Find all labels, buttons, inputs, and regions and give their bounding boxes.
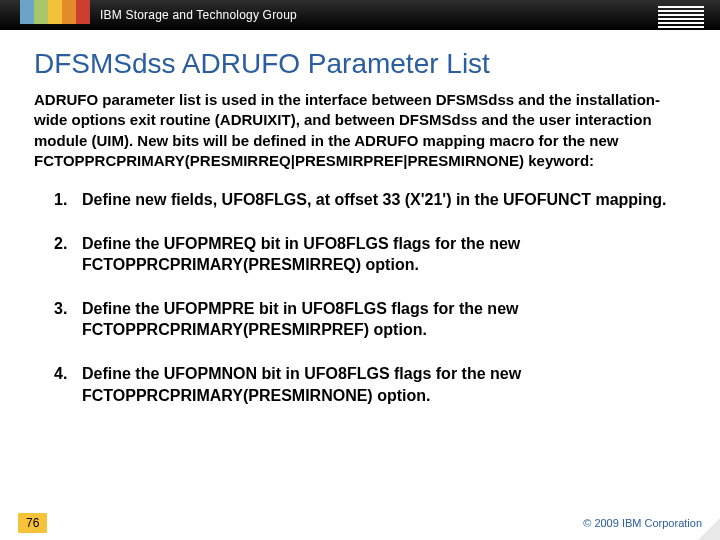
footer: 76 © 2009 IBM Corporation	[0, 506, 720, 540]
page-title: DFSMSdss ADRUFO Parameter List	[0, 30, 720, 90]
corner-fold-icon	[698, 518, 720, 540]
list-item: Define the UFOPMPRE bit in UFO8FLGS flag…	[54, 298, 676, 341]
tab-color-5	[76, 0, 90, 24]
list-item: Define new fields, UFO8FLGS, at offset 3…	[54, 189, 676, 211]
color-tabs	[20, 0, 90, 24]
tab-color-1	[20, 0, 34, 24]
intro-paragraph: ADRUFO parameter list is used in the int…	[0, 90, 720, 185]
copyright-text: © 2009 IBM Corporation	[583, 517, 702, 529]
header-group-label: IBM Storage and Technology Group	[100, 8, 297, 22]
steps-list: Define new fields, UFO8FLGS, at offset 3…	[0, 185, 720, 406]
tab-color-3	[48, 0, 62, 24]
header-bar: IBM Storage and Technology Group	[0, 0, 720, 30]
list-item: Define the UFOPMREQ bit in UFO8FLGS flag…	[54, 233, 676, 276]
ibm-logo-icon	[658, 6, 704, 28]
tab-color-4	[62, 0, 76, 24]
list-item: Define the UFOPMNON bit in UFO8FLGS flag…	[54, 363, 676, 406]
tab-color-2	[34, 0, 48, 24]
page-number: 76	[18, 513, 47, 533]
slide: IBM Storage and Technology Group DFSMSds…	[0, 0, 720, 540]
